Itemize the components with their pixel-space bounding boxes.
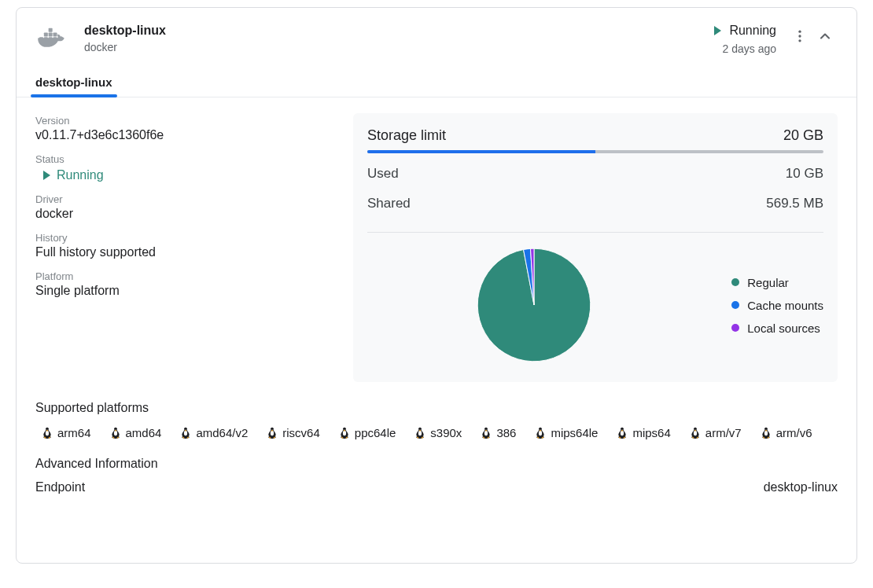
status-value-text: Running (57, 168, 104, 182)
storage-used-label: Used (367, 166, 399, 182)
status-text: Running (729, 24, 776, 38)
endpoint-row: Endpoint desktop-linux (35, 480, 838, 494)
svg-point-21 (184, 430, 187, 435)
svg-point-61 (764, 430, 768, 435)
platform-item: mips64 (617, 426, 670, 439)
builder-card: desktop-linux docker Running 2 days ago … (16, 7, 857, 564)
storage-progress (367, 150, 823, 153)
platform-label: s390x (430, 426, 462, 439)
tabs: desktop-linux (17, 75, 856, 97)
svg-point-41 (484, 430, 488, 435)
platform-item: 386 (481, 426, 516, 439)
history-value: Full history supported (35, 245, 334, 259)
platforms-title: Supported platforms (35, 401, 838, 415)
linux-icon (761, 427, 772, 439)
platform-item: s390x (414, 426, 462, 439)
linux-icon (180, 427, 191, 439)
platform-item: riscv64 (267, 426, 320, 439)
version-label: Version (35, 115, 334, 127)
storage-limit-row: Storage limit 20 GB (367, 119, 823, 150)
legend-regular: Regular (731, 276, 823, 289)
driver-label: Driver (35, 193, 334, 205)
status-age: 2 days ago (723, 42, 777, 55)
linux-icon (42, 427, 53, 439)
platform-label: amd64/v2 (196, 426, 248, 439)
svg-point-10 (798, 39, 801, 42)
play-icon (43, 171, 50, 180)
storage-shared-label: Shared (367, 196, 411, 211)
platform-label: arm/v7 (705, 426, 742, 439)
linux-icon (339, 427, 350, 439)
endpoint-label: Endpoint (35, 480, 85, 494)
linux-icon (110, 427, 121, 439)
storage-limit-value: 20 GB (783, 127, 823, 144)
svg-rect-7 (49, 28, 53, 32)
docker-icon (35, 27, 67, 58)
endpoint-value: desktop-linux (764, 480, 838, 494)
platform-label: arm/v6 (776, 426, 812, 439)
svg-rect-6 (53, 33, 57, 37)
header-status: Running 2 days ago (714, 24, 776, 55)
storage-panel: Storage limit 20 GB Used 10 GB Shared 56… (353, 113, 838, 382)
svg-point-16 (113, 430, 116, 435)
collapse-button[interactable] (812, 24, 838, 49)
svg-point-51 (621, 430, 624, 435)
platform-label: arm64 (57, 426, 91, 439)
platform-item: arm64 (42, 426, 91, 439)
builder-name: desktop-linux (84, 24, 166, 38)
header-row: desktop-linux docker Running 2 days ago (17, 8, 856, 58)
svg-point-26 (271, 430, 274, 435)
storage-limit-label: Storage limit (367, 127, 446, 144)
svg-point-31 (343, 430, 346, 435)
storage-shared-row: Shared 569.5 MB (367, 188, 823, 218)
platform-label: ppc64le (355, 426, 396, 439)
status-label: Status (35, 153, 334, 165)
meta-column: Version v0.11.7+d3e6c1360f6e Status Runn… (35, 113, 334, 382)
legend-cache: Cache mounts (731, 299, 823, 312)
version-value: v0.11.7+d3e6c1360f6e (35, 128, 334, 142)
platform-item: ppc64le (339, 426, 396, 439)
driver-value: docker (35, 207, 334, 221)
platform-item: amd64 (110, 426, 162, 439)
storage-pie-chart (473, 244, 595, 366)
platform-label: Platform (35, 270, 334, 282)
linux-icon (267, 427, 278, 439)
storage-shared-value: 569.5 MB (766, 196, 823, 211)
platform-label: mips64le (551, 426, 598, 439)
svg-point-11 (46, 430, 49, 435)
linux-icon (617, 427, 628, 439)
svg-point-46 (539, 430, 542, 435)
storage-used-value: 10 GB (786, 166, 823, 182)
svg-point-8 (798, 31, 801, 33)
status-value: Running (43, 168, 334, 182)
advanced-title: Advanced Information (35, 457, 838, 471)
platform-item: mips64le (535, 426, 598, 439)
tab-desktop-linux[interactable]: desktop-linux (35, 75, 112, 97)
svg-rect-5 (49, 33, 53, 37)
linux-icon (690, 427, 701, 439)
platform-label: amd64 (126, 426, 162, 439)
svg-point-56 (694, 430, 697, 435)
title-block: desktop-linux docker (84, 24, 166, 53)
linux-icon (535, 427, 546, 439)
builder-driver: docker (84, 41, 166, 53)
linux-icon (481, 427, 492, 439)
storage-used-row: Used 10 GB (367, 158, 823, 188)
history-label: History (35, 232, 334, 244)
legend-local: Local sources (731, 322, 823, 335)
platform-item: amd64/v2 (180, 426, 248, 439)
platform-item: arm/v7 (690, 426, 742, 439)
platform-label: 386 (496, 426, 516, 439)
platform-label: riscv64 (282, 426, 320, 439)
linux-icon (414, 427, 425, 439)
platform-label: mips64 (632, 426, 670, 439)
platform-value: Single platform (35, 284, 334, 298)
svg-point-36 (418, 430, 422, 435)
play-icon (714, 26, 721, 35)
platforms-list: arm64amd64amd64/v2riscv64ppc64les390x386… (35, 426, 838, 439)
pie-legend: Regular Cache mounts Local sources (731, 276, 823, 335)
platform-item: arm/v6 (761, 426, 812, 439)
svg-rect-4 (44, 33, 48, 37)
svg-point-9 (798, 35, 801, 37)
more-menu-button[interactable] (787, 24, 812, 49)
